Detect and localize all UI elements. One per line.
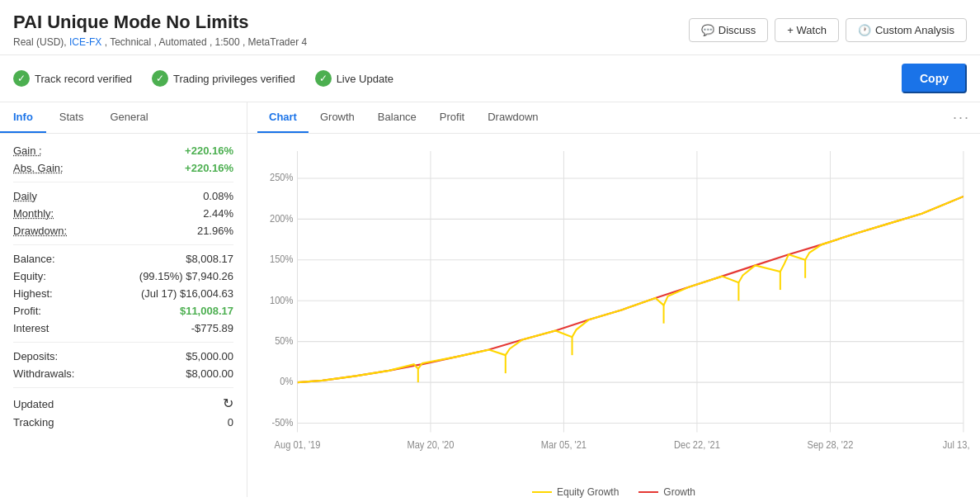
chart-legend: Equity Growth Growth — [256, 480, 972, 502]
chart-tab-drawdown[interactable]: Drawdown — [476, 102, 549, 133]
badge-trading-privileges: ✓ Trading privileges verified — [152, 64, 295, 93]
badge-track-record: ✓ Track record verified — [13, 64, 132, 93]
badges-row: ✓ Track record verified ✓ Trading privil… — [0, 55, 980, 102]
equity-label: Equity: — [13, 270, 46, 282]
highest-value: (Jul 17) $16,004.63 — [141, 287, 233, 300]
row-gain: Gain : +220.16% — [13, 142, 233, 159]
updated-value: ↻ — [223, 395, 233, 411]
row-daily: Daily 0.08% — [13, 187, 233, 205]
svg-text:50%: 50% — [275, 335, 293, 347]
svg-text:100%: 100% — [270, 294, 293, 305]
equity-value: (99.15%) $7,940.26 — [139, 270, 233, 282]
deposits-value: $5,000.00 — [186, 350, 233, 362]
svg-text:Mar 05, '21: Mar 05, '21 — [541, 439, 587, 451]
abs-gain-value: +220.16% — [185, 162, 233, 174]
drawdown-label[interactable]: Drawdown: — [13, 225, 67, 237]
chart-svg: -50% 0% 50% 100% 150% 200% 250% Aug 01, … — [256, 142, 972, 477]
info-panel: Gain : +220.16% Abs. Gain: +220.16% Dail… — [0, 134, 247, 495]
svg-text:-50%: -50% — [272, 416, 294, 428]
svg-text:150%: 150% — [270, 253, 293, 265]
header-actions: 💬 Discuss + Watch 🕐 Custom Analysis — [689, 18, 967, 42]
highest-label: Highest: — [13, 287, 53, 300]
abs-gain-label[interactable]: Abs. Gain: — [13, 162, 64, 174]
tracking-label: Tracking — [13, 416, 54, 429]
growth-label: Growth — [663, 486, 695, 498]
updated-label: Updated — [13, 398, 54, 410]
svg-text:May 20, '20: May 20, '20 — [407, 439, 454, 451]
info-tabs: Info Stats General — [0, 102, 247, 134]
chart-area: -50% 0% 50% 100% 150% 200% 250% Aug 01, … — [247, 134, 980, 502]
clock-icon: 🕐 — [858, 24, 871, 36]
page-title: PAI Unique Mode No Limits — [13, 12, 307, 33]
gain-value: +220.16% — [185, 144, 233, 157]
monthly-label[interactable]: Monthly: — [13, 207, 54, 220]
withdrawals-value: $8,000.00 — [186, 367, 233, 380]
equity-growth-label: Equity Growth — [557, 486, 619, 498]
tab-general[interactable]: General — [97, 102, 161, 133]
svg-text:Sep 28, '22: Sep 28, '22 — [808, 439, 854, 451]
row-profit: Profit: $11,008.17 — [13, 302, 233, 320]
equity-growth-line — [532, 491, 552, 493]
row-balance: Balance: $8,008.17 — [13, 250, 233, 268]
svg-text:0%: 0% — [280, 376, 293, 387]
row-withdrawals: Withdrawals: $8,000.00 — [13, 365, 233, 382]
tab-info[interactable]: Info — [0, 102, 46, 133]
daily-value: 0.08% — [203, 190, 233, 202]
legend-equity-growth: Equity Growth — [532, 486, 619, 498]
watch-button[interactable]: + Watch — [775, 18, 839, 42]
chart-tab-balance[interactable]: Balance — [366, 102, 428, 133]
icefx-link[interactable]: ICE-FX — [69, 36, 101, 48]
withdrawals-label: Withdrawals: — [13, 367, 74, 380]
svg-rect-1 — [297, 151, 963, 433]
balance-value: $8,008.17 — [186, 253, 233, 265]
row-deposits: Deposits: $5,000.00 — [13, 348, 233, 365]
chart-tab-profit[interactable]: Profit — [428, 102, 476, 133]
row-tracking: Tracking 0 — [13, 414, 233, 431]
chart-more-button[interactable]: ··· — [953, 109, 970, 126]
svg-text:200%: 200% — [270, 212, 293, 224]
row-abs-gain: Abs. Gain: +220.16% — [13, 159, 233, 177]
chart-tabs: Chart Growth Balance Profit Drawdown ··· — [247, 102, 980, 134]
main-content: Info Stats General Gain : +220.16% Abs. … — [0, 102, 980, 497]
svg-text:Jul 13, '23: Jul 13, '23 — [943, 439, 972, 451]
svg-text:Dec 22, '21: Dec 22, '21 — [674, 439, 720, 451]
check-icon-1: ✓ — [13, 70, 30, 87]
chart-tab-growth[interactable]: Growth — [309, 102, 366, 133]
growth-line — [638, 491, 658, 493]
balance-label: Balance: — [13, 253, 55, 265]
row-monthly: Monthly: 2.44% — [13, 205, 233, 222]
row-drawdown: Drawdown: 21.96% — [13, 222, 233, 239]
interest-label: Interest — [13, 322, 49, 334]
check-icon-2: ✓ — [152, 70, 168, 87]
gain-label[interactable]: Gain : — [13, 144, 42, 157]
svg-text:Aug 01, '19: Aug 01, '19 — [275, 439, 321, 451]
chart-tab-chart[interactable]: Chart — [257, 102, 309, 133]
deposits-label: Deposits: — [13, 350, 58, 362]
row-interest: Interest -$775.89 — [13, 320, 233, 337]
custom-analysis-button[interactable]: 🕐 Custom Analysis — [846, 18, 967, 42]
page-subtitle: Real (USD), ICE-FX , Technical , Automat… — [13, 36, 307, 48]
profit-label: Profit: — [13, 305, 41, 317]
tab-stats[interactable]: Stats — [46, 102, 97, 133]
discuss-button[interactable]: 💬 Discuss — [689, 18, 769, 42]
row-updated: Updated ↻ — [13, 393, 233, 414]
badge-live-update: ✓ Live Update — [315, 64, 393, 93]
daily-label[interactable]: Daily — [13, 190, 37, 202]
profit-value: $11,008.17 — [180, 305, 233, 317]
interest-value: -$775.89 — [191, 322, 233, 334]
left-panel: Info Stats General Gain : +220.16% Abs. … — [0, 102, 247, 497]
row-equity: Equity: (99.15%) $7,940.26 — [13, 268, 233, 285]
tracking-value: 0 — [228, 416, 233, 429]
monthly-value: 2.44% — [203, 207, 233, 220]
drawdown-value: 21.96% — [197, 225, 233, 237]
svg-text:250%: 250% — [270, 172, 293, 183]
check-icon-3: ✓ — [315, 70, 332, 87]
legend-growth: Growth — [638, 486, 695, 498]
row-highest: Highest: (Jul 17) $16,004.63 — [13, 285, 233, 302]
discuss-icon: 💬 — [701, 24, 714, 36]
right-panel: Chart Growth Balance Profit Drawdown ··· — [247, 102, 980, 497]
copy-button[interactable]: Copy — [902, 64, 967, 93]
